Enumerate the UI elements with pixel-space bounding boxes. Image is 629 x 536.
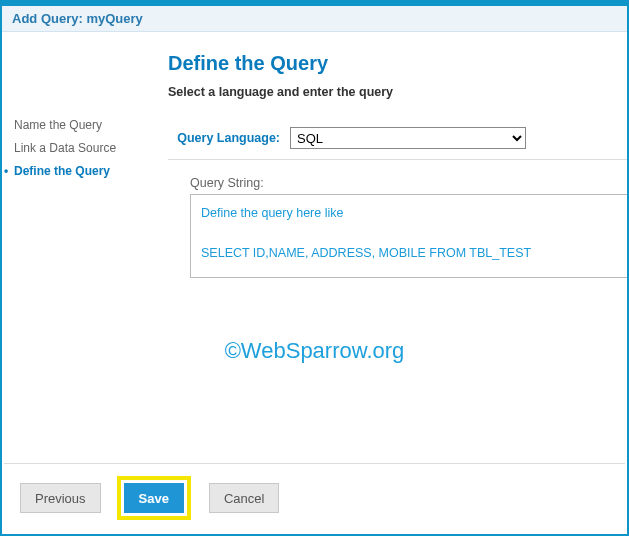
sidebar-step-name-query[interactable]: Name the Query (14, 114, 160, 137)
cancel-button[interactable]: Cancel (209, 483, 279, 513)
dialog-footer: Previous Save Cancel (4, 463, 625, 532)
sidebar-step-link-source[interactable]: Link a Data Source (14, 137, 160, 160)
wizard-sidebar: Name the Query Link a Data Source Define… (2, 52, 160, 278)
content-area: Name the Query Link a Data Source Define… (2, 32, 627, 288)
query-string-label: Query String: (190, 176, 627, 190)
language-label: Query Language: (168, 131, 284, 145)
sidebar-step-define-query[interactable]: Define the Query (14, 160, 160, 183)
save-highlight-box: Save (117, 476, 191, 520)
query-language-select[interactable]: SQL (290, 127, 526, 149)
page-subtitle: Select a language and enter the query (168, 85, 627, 99)
dialog-title: Add Query: myQuery (2, 6, 627, 32)
previous-button[interactable]: Previous (20, 483, 101, 513)
language-row: Query Language: SQL (168, 127, 627, 160)
main-panel: Define the Query Select a language and e… (160, 52, 627, 278)
page-title: Define the Query (168, 52, 627, 75)
query-string-input[interactable]: Define the query here like SELECT ID,NAM… (190, 194, 627, 278)
save-button[interactable]: Save (124, 483, 184, 513)
watermark-text: ©WebSparrow.org (2, 338, 627, 364)
